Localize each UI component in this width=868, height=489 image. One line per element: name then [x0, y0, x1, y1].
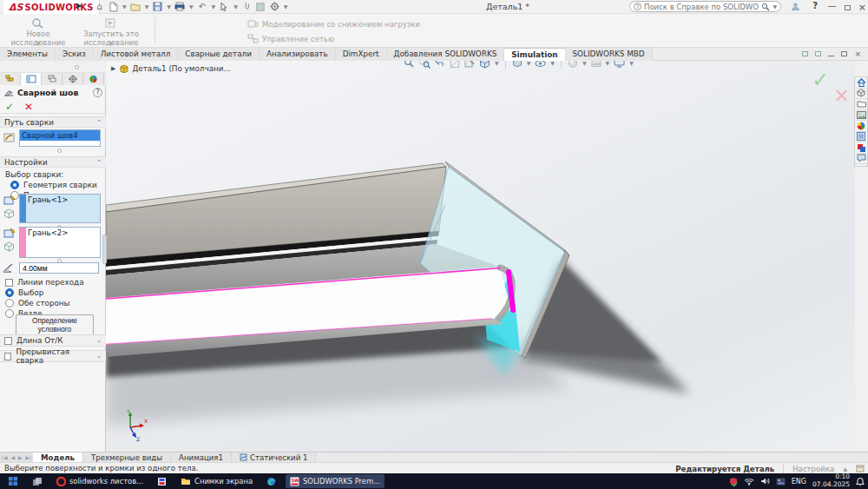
weld-path-section-header[interactable]: Путь сварки ⌃ [0, 116, 106, 128]
edit-appearance-icon[interactable] [568, 61, 578, 69]
file-explorer-icon[interactable] [855, 99, 867, 110]
doc-restore-button[interactable] [841, 51, 847, 56]
tab-solidworks-addins[interactable]: Добавления SOLIDWORKS [387, 48, 505, 61]
intermittent-weld-group[interactable]: Прерывистая сварка ⌄ [0, 350, 106, 362]
print-icon[interactable] [174, 1, 186, 12]
display-style-caret[interactable]: ▼ [527, 61, 531, 66]
configuration-label[interactable]: Настройка [792, 465, 834, 473]
model-tab[interactable]: Модель [33, 453, 83, 462]
help-search-box[interactable]: ? Поиск в Справке по SOLIDWORKS ▼ [629, 1, 781, 12]
home-icon[interactable]: ⌂ [94, 1, 105, 12]
search-icon[interactable] [761, 3, 770, 11]
doc-icon-1[interactable] [802, 51, 808, 56]
doc-minimize-button[interactable] [828, 56, 834, 56]
notifications-bell-icon[interactable] [856, 477, 865, 486]
panel-scroll-knob[interactable] [75, 65, 79, 69]
configuration-manager-tab[interactable] [42, 73, 62, 85]
weld-path-listbox[interactable]: Сварной шов4 [19, 129, 101, 147]
custom-properties-icon[interactable] [855, 132, 867, 143]
scene-caret[interactable]: ▼ [606, 61, 610, 66]
help-icon[interactable]: ? [93, 88, 102, 97]
volume-tray-icon[interactable] [760, 477, 770, 486]
3d-views-tab[interactable]: Трехмерные виды [83, 453, 171, 462]
design-library-icon[interactable] [855, 89, 867, 100]
listbox-resize-handle[interactable] [57, 149, 62, 153]
new-study-button[interactable]: Новоеисследование ▼ [7, 16, 69, 44]
section-view-icon[interactable] [450, 61, 460, 69]
tangent-lines-checkbox-row[interactable]: Линии перехода [5, 278, 84, 287]
hide-show-items-icon[interactable] [535, 61, 546, 68]
undo-caret[interactable]: ▼ [212, 3, 216, 10]
from-to-length-group[interactable]: Длина От/К ⌄ [0, 334, 106, 347]
user-account-icon[interactable] [791, 2, 800, 11]
confirm-cancel-corner[interactable]: ✕ [834, 85, 850, 107]
collapse-chevron-icon[interactable]: ⌃ [96, 117, 102, 129]
edge-button[interactable] [262, 474, 280, 488]
new-study-caret[interactable]: ▼ [36, 40, 41, 46]
zoom-fit-icon[interactable] [404, 61, 415, 69]
appearances-scenes-icon[interactable] [855, 121, 867, 132]
language-indicator[interactable]: ENG [792, 478, 806, 486]
tab-evaluate[interactable]: Анализировать [260, 48, 336, 61]
tab-features[interactable]: Элементы [0, 48, 56, 61]
options-gear-icon[interactable] [269, 1, 280, 12]
view-orientation-caret[interactable]: ▼ [495, 61, 499, 66]
face-set2-listbox[interactable]: Грань<2> [19, 227, 101, 258]
tab-scroll-buttons[interactable]: |◀◀▶▶| [0, 453, 33, 462]
face2-item[interactable]: Грань<2> [28, 228, 100, 237]
view-palette-icon[interactable] [855, 110, 867, 122]
both-sides-radio-row[interactable]: Обе стороны [5, 299, 70, 307]
feature-manager-tab[interactable] [0, 73, 21, 85]
expand-chevron-icon[interactable]: ⌄ [96, 337, 102, 344]
new-document-icon[interactable] [108, 1, 119, 12]
radio-icon[interactable] [5, 309, 14, 318]
help-menu[interactable]: ? [812, 1, 818, 10]
comments-icon[interactable] [855, 154, 867, 165]
wifi-tray-icon[interactable] [744, 478, 754, 486]
close-button[interactable]: × [858, 2, 866, 13]
checkbox-icon[interactable] [5, 279, 13, 287]
dynamic-annotation-icon[interactable] [464, 61, 475, 69]
tag-icon[interactable] [856, 465, 865, 472]
animation1-tab[interactable]: Анимация1 [171, 453, 232, 462]
settings-section-header[interactable]: Настройки ⌃ [0, 156, 106, 168]
media-app-button[interactable] [153, 474, 171, 488]
hide-show-caret[interactable]: ▼ [550, 61, 555, 66]
undo-icon[interactable]: ↶ [197, 1, 208, 12]
tab-sheet-metal[interactable]: Листовой металл [94, 48, 179, 61]
apply-scene-icon[interactable] [591, 61, 602, 68]
expand-chevron-icon[interactable]: ⌄ [96, 353, 102, 360]
tab-solidworks-mbd[interactable]: SOLIDWORKS MBD [566, 48, 653, 61]
panel-splitter-handle[interactable] [102, 235, 107, 264]
face-set1-listbox[interactable]: Грань<1> [19, 194, 101, 223]
start-button[interactable] [3, 474, 23, 488]
opera-window-button[interactable]: solidworks листов... [52, 474, 148, 488]
model-3d-view[interactable]: Y X Z [106, 61, 855, 452]
resources-home-icon[interactable] [855, 77, 867, 89]
ok-button[interactable]: ✓ [5, 101, 14, 113]
search-scope-caret[interactable]: ▼ [773, 3, 777, 10]
selection-radio-row[interactable]: Выбор [5, 288, 43, 297]
minimize-button[interactable]: — [828, 1, 837, 10]
view-settings-caret[interactable]: ▼ [629, 61, 634, 66]
weld-size-input[interactable] [19, 262, 99, 274]
open-icon[interactable] [130, 1, 141, 12]
doc-close-button[interactable]: × [854, 50, 861, 58]
tab-sketch[interactable]: Эскиз [56, 48, 94, 61]
graphics-area[interactable]: Y X Z ▶ Деталь1 (По умолчани... ▼ ▼ ▼ ▼ … [106, 61, 855, 452]
antivirus-tray-icon[interactable] [729, 477, 738, 486]
weld-path-list-item[interactable]: Сварной шов4 [20, 130, 100, 141]
static-study-tab[interactable]: Статический 1 [232, 453, 317, 462]
configuration-caret[interactable]: ▲ [843, 466, 847, 472]
properties-list-icon[interactable] [255, 1, 266, 12]
confirm-ok-corner[interactable]: ✓ [812, 68, 829, 92]
face1-item[interactable]: Грань<1> [28, 195, 100, 204]
new-document-caret[interactable]: ▼ [122, 3, 127, 10]
menu-flyout-arrow-icon[interactable]: ▶ [76, 2, 82, 10]
save-icon[interactable] [152, 1, 163, 12]
display-style-icon[interactable] [512, 61, 523, 69]
forum-icon[interactable] [855, 142, 867, 154]
attachment-icon[interactable] [241, 1, 253, 12]
flyout-feature-tree[interactable]: ▶ Деталь1 (По умолчани... [111, 64, 231, 73]
zoom-area-icon[interactable] [419, 61, 431, 69]
